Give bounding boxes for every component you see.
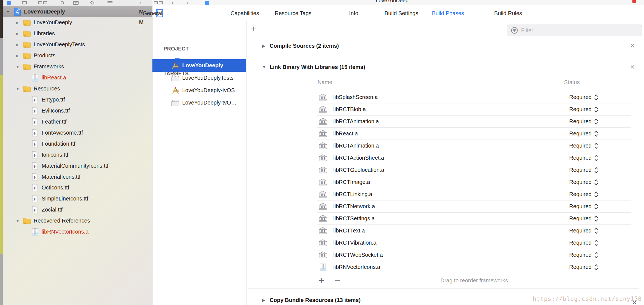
status-stepper-icon[interactable] bbox=[594, 191, 598, 198]
navigator-row[interactable]: F Libraries bbox=[3, 28, 152, 39]
libRCTWebSocket.a[interactable]: libRCTWebSocket.a Required bbox=[317, 249, 631, 261]
navigator-row[interactable]: F LoveYouDeeply M bbox=[3, 6, 152, 17]
disclosure-triangle-icon[interactable] bbox=[6, 9, 13, 14]
status-value[interactable]: Required bbox=[569, 118, 592, 125]
navigator-row[interactable]: F LoveYouDeeply M bbox=[3, 17, 152, 28]
filter-input[interactable] bbox=[521, 27, 637, 34]
disclosure-triangle-icon[interactable] bbox=[16, 42, 23, 47]
status-stepper-icon[interactable] bbox=[594, 130, 598, 137]
navigator-row[interactable]: F Recovered References bbox=[3, 215, 152, 226]
status-stepper-icon[interactable] bbox=[594, 264, 598, 271]
target-row[interactable]: LoveYouDeeply-tvO… bbox=[152, 97, 246, 109]
status-stepper-icon[interactable] bbox=[594, 155, 598, 161]
related-items-icon[interactable] bbox=[154, 1, 158, 4]
libRCTLinking.a[interactable]: libRCTLinking.a Required bbox=[317, 188, 631, 200]
libRCTImage.a[interactable]: libRCTImage.a Required bbox=[317, 176, 631, 188]
breakpoint-navigator-icon[interactable]: › bbox=[139, 0, 141, 5]
disclosure-triangle-icon[interactable]: ▼ bbox=[262, 65, 266, 69]
debug-navigator-icon[interactable] bbox=[108, 1, 112, 4]
status-value[interactable]: Required bbox=[569, 167, 592, 173]
navigator-row[interactable]: F libRNVectorIcons.a bbox=[3, 226, 152, 237]
libRCTBlob.a[interactable]: libRCTBlob.a Required bbox=[317, 103, 631, 116]
red-badge-icon[interactable] bbox=[632, 0, 636, 3]
status-value[interactable]: Required bbox=[569, 130, 592, 137]
navigator-row[interactable]: F FontAwesome.ttf bbox=[3, 127, 152, 138]
issue-navigator-icon[interactable]: + bbox=[73, 1, 79, 5]
target-row[interactable]: LoveYouDeeply bbox=[152, 59, 246, 72]
disclosure-triangle-icon[interactable]: ▶ bbox=[262, 298, 265, 303]
disclosure-triangle-icon[interactable] bbox=[16, 53, 23, 58]
libRCTGeolocation.a[interactable]: libRCTGeolocation.a Required bbox=[317, 164, 631, 176]
navigator-row[interactable]: F Zocial.ttf bbox=[3, 204, 152, 215]
status-value[interactable]: Required bbox=[569, 155, 592, 161]
status-value[interactable]: Required bbox=[569, 215, 592, 222]
related-items-icon-2[interactable] bbox=[159, 1, 163, 4]
source-control-navigator-icon[interactable] bbox=[22, 1, 27, 4]
navigator-row[interactable]: F Entypo.ttf bbox=[3, 94, 152, 105]
status-value[interactable]: Required bbox=[569, 143, 592, 149]
status-stepper-icon[interactable] bbox=[594, 106, 598, 113]
tab-build-settings[interactable]: Build Settings bbox=[385, 10, 418, 16]
target-row[interactable]: LoveYouDeeply-tvOS bbox=[152, 84, 246, 97]
navigator-row[interactable]: F Feather.ttf bbox=[3, 116, 152, 127]
remove-section-button[interactable]: × bbox=[630, 42, 635, 50]
navigator-row[interactable]: F EvilIcons.ttf bbox=[3, 105, 152, 116]
status-stepper-icon[interactable] bbox=[594, 94, 598, 101]
navigator-row[interactable]: F SimpleLineIcons.ttf bbox=[3, 193, 152, 204]
status-stepper-icon[interactable] bbox=[594, 203, 598, 210]
libRCTVibration.a[interactable]: libRCTVibration.a Required bbox=[317, 237, 631, 249]
status-value[interactable]: Required bbox=[569, 179, 592, 185]
status-stepper-icon[interactable] bbox=[594, 252, 598, 258]
status-stepper-icon[interactable] bbox=[594, 143, 598, 149]
search-icon[interactable] bbox=[61, 1, 64, 4]
remove-section-button[interactable]: × bbox=[630, 63, 635, 71]
navigator-row[interactable]: F LoveYouDeeplyTests bbox=[3, 39, 152, 50]
status-value[interactable]: Required bbox=[569, 106, 592, 113]
forward-arrow-icon[interactable]: › bbox=[187, 0, 189, 5]
navigator-row[interactable]: F Products bbox=[3, 50, 152, 61]
libRCTAnimation.a[interactable]: libRCTAnimation.a Required bbox=[317, 116, 631, 128]
libRCTNetwork.a[interactable]: libRCTNetwork.a Required bbox=[317, 200, 631, 213]
status-value[interactable]: Required bbox=[569, 264, 592, 270]
tab-build-phases[interactable]: Build Phases bbox=[432, 10, 464, 16]
tab-capabilities[interactable]: Capabilities bbox=[230, 10, 259, 16]
find-navigator-icon[interactable] bbox=[43, 1, 47, 4]
status-value[interactable]: Required bbox=[569, 191, 592, 197]
status-stepper-icon[interactable] bbox=[594, 228, 598, 234]
status-value[interactable]: Required bbox=[569, 252, 592, 258]
tab-build-rules[interactable]: Build Rules bbox=[494, 10, 522, 16]
test-navigator-icon[interactable] bbox=[90, 1, 95, 5]
navigator-row[interactable]: F Foundation.ttf bbox=[3, 138, 152, 149]
navigator-row[interactable]: F Resources bbox=[3, 83, 152, 94]
project-file-icon[interactable] bbox=[205, 1, 209, 5]
tab-general[interactable]: General bbox=[143, 10, 162, 16]
status-value[interactable]: Required bbox=[569, 228, 592, 234]
back-arrow-icon[interactable]: ‹ bbox=[172, 0, 173, 5]
libReact.a[interactable]: libReact.a Required bbox=[317, 128, 631, 140]
navigator-row[interactable]: F Ionicons.ttf bbox=[3, 149, 152, 160]
symbol-navigator-icon[interactable] bbox=[38, 1, 42, 4]
status-stepper-icon[interactable] bbox=[594, 179, 598, 186]
navigator-row[interactable]: F MaterialCommunityIcons.ttf bbox=[3, 160, 152, 171]
project-navigator-icon[interactable] bbox=[7, 1, 11, 5]
libRCTText.a[interactable]: libRCTText.a Required bbox=[317, 225, 631, 237]
status-value[interactable]: Required bbox=[569, 203, 592, 210]
target-row[interactable]: LoveYouDeeplyTests bbox=[152, 72, 246, 84]
add-build-phase-button[interactable]: + bbox=[251, 23, 256, 34]
libRCTAnimation.a[interactable]: libRCTAnimation.a Required bbox=[317, 140, 631, 152]
status-value[interactable]: Required bbox=[569, 94, 592, 100]
navigator-row[interactable]: F libReact.a bbox=[3, 72, 152, 83]
libRNVectorIcons.a[interactable]: libRNVectorIcons.a Required bbox=[317, 261, 631, 273]
disclosure-triangle-icon[interactable] bbox=[16, 87, 23, 91]
libRCTActionSheet.a[interactable]: libRCTActionSheet.a Required bbox=[317, 152, 631, 164]
disclosure-triangle-icon[interactable] bbox=[16, 65, 23, 69]
navigator-row[interactable]: F Octicons.ttf bbox=[3, 182, 152, 193]
disclosure-triangle-icon[interactable]: ▶ bbox=[262, 43, 265, 49]
tab-info[interactable]: Info bbox=[349, 10, 358, 16]
status-value[interactable]: Required bbox=[569, 240, 592, 246]
status-stepper-icon[interactable] bbox=[594, 118, 598, 125]
status-stepper-icon[interactable] bbox=[594, 215, 598, 222]
disclosure-triangle-icon[interactable] bbox=[16, 31, 23, 36]
status-stepper-icon[interactable] bbox=[594, 167, 598, 173]
filter-field[interactable] bbox=[507, 25, 642, 36]
